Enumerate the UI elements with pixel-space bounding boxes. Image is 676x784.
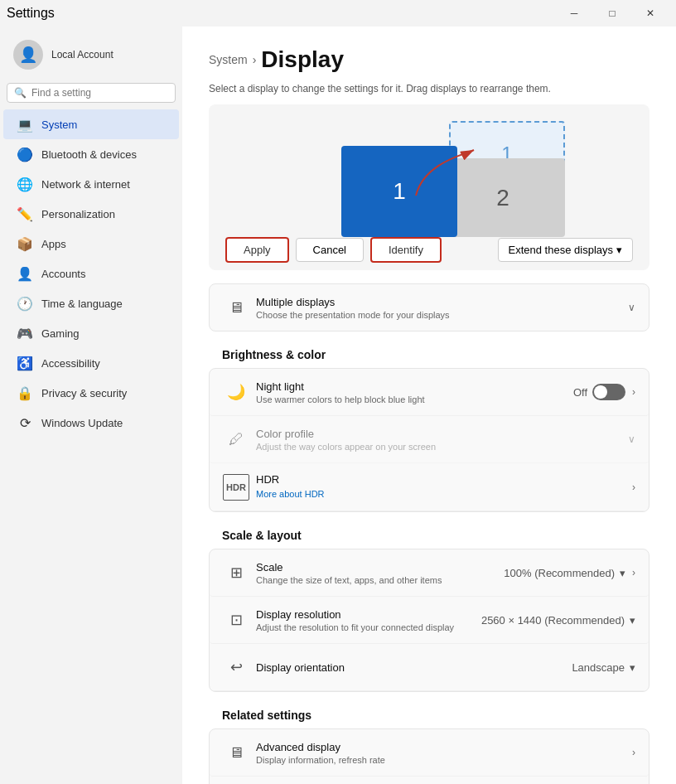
resolution-value: 2560 × 1440 (Recommended) ▾ [481, 614, 635, 627]
multiple-displays-card: 🖥 Multiple displays Choose the presentat… [209, 283, 649, 332]
personalization-icon: ✏️ [17, 206, 33, 222]
sidebar-item-label: System [41, 119, 77, 131]
title-bar-title: Settings [7, 6, 55, 21]
gaming-icon: 🎮 [17, 325, 33, 341]
scale-chevron-down: ▾ [620, 567, 625, 579]
network-icon: 🌐 [17, 176, 33, 192]
resolution-chevron-down: ▾ [630, 614, 635, 627]
hdr-icon: HDR [223, 474, 249, 501]
advanced-display-subtitle: Display information, refresh rate [256, 755, 632, 765]
sidebar-item-system[interactable]: 💻 System [3, 109, 179, 139]
brightness-card: 🌙 Night light Use warmer colors to help … [209, 368, 649, 512]
close-button[interactable]: ✕ [631, 0, 669, 27]
sidebar-item-label: Gaming [41, 327, 80, 340]
accessibility-icon: ♿ [17, 355, 33, 371]
advanced-display-title: Advanced display [256, 741, 632, 753]
page-subtitle: Select a display to change the settings … [209, 83, 649, 94]
advanced-display-icon: 🖥 [223, 739, 249, 766]
orientation-text: Display orientation [256, 661, 572, 674]
scale-text: Scale Change the size of text, apps, and… [256, 561, 504, 585]
multiple-displays-row[interactable]: 🖥 Multiple displays Choose the presentat… [210, 284, 649, 331]
sidebar-item-gaming[interactable]: 🎮 Gaming [3, 318, 179, 348]
scale-arrow: › [632, 567, 635, 578]
hdr-row[interactable]: HDR HDR More about HDR › [210, 463, 649, 511]
chevron-down-icon: ▾ [616, 244, 622, 256]
multiple-displays-chevron: ∨ [628, 302, 635, 313]
multiple-displays-text: Multiple displays Choose the presentatio… [256, 296, 628, 320]
identify-button[interactable]: Identify [370, 237, 442, 263]
page-title: Display [261, 46, 344, 73]
sidebar-item-label: Windows Update [41, 417, 123, 429]
sidebar: 👤 Local Account 🔍 💻 System 🔵 Bluetooth &… [0, 27, 182, 784]
hdr-chevron: › [632, 482, 635, 493]
content-area: System › Display Select a display to cha… [182, 27, 676, 784]
advanced-display-text: Advanced display Display information, re… [256, 741, 632, 765]
scale-row[interactable]: ⊞ Scale Change the size of text, apps, a… [210, 549, 649, 597]
scale-icon: ⊞ [223, 559, 249, 586]
resolution-icon: ⊡ [223, 607, 249, 633]
extend-displays-dropdown[interactable]: Extend these displays ▾ [498, 238, 633, 262]
sidebar-item-apps[interactable]: 📦 Apps [3, 229, 179, 259]
extend-label: Extend these displays [509, 244, 613, 256]
sidebar-item-time[interactable]: 🕐 Time & language [3, 288, 179, 318]
sidebar-item-windows-update[interactable]: ⟳ Windows Update [3, 408, 179, 438]
minimize-button[interactable]: ─ [555, 0, 593, 27]
resolution-value-text: 2560 × 1440 (Recommended) [481, 614, 625, 627]
brightness-section-header: Brightness & color [209, 348, 649, 361]
sidebar-item-privacy[interactable]: 🔒 Privacy & security [3, 378, 179, 408]
night-light-chevron: › [632, 386, 635, 398]
avatar: 👤 [13, 40, 43, 70]
apply-button[interactable]: Apply [225, 237, 289, 263]
scale-title: Scale [256, 561, 504, 573]
orientation-title: Display orientation [256, 661, 572, 674]
sidebar-user: 👤 Local Account [0, 33, 182, 83]
orientation-value: Landscape ▾ [572, 661, 635, 674]
graphics-row[interactable]: 🎛 Graphics › [210, 777, 649, 784]
sidebar-item-label: Apps [41, 238, 66, 250]
sidebar-item-bluetooth[interactable]: 🔵 Bluetooth & devices [3, 139, 179, 169]
search-input[interactable] [31, 87, 168, 99]
color-profile-subtitle: Adjust the way colors appear on your scr… [256, 442, 628, 452]
breadcrumb-parent: System [209, 53, 248, 66]
cancel-button[interactable]: Cancel [296, 238, 364, 262]
resolution-row[interactable]: ⊡ Display resolution Adjust the resoluti… [210, 597, 649, 644]
night-light-row[interactable]: 🌙 Night light Use warmer colors to help … [210, 369, 649, 416]
title-bar-left: Settings [7, 6, 55, 21]
title-bar: Settings ─ □ ✕ [0, 0, 676, 27]
scale-card: ⊞ Scale Change the size of text, apps, a… [209, 549, 649, 692]
related-section-header: Related settings [209, 709, 649, 722]
privacy-icon: 🔒 [17, 385, 33, 401]
night-light-toggle[interactable] [592, 384, 625, 400]
app-body: 👤 Local Account 🔍 💻 System 🔵 Bluetooth &… [0, 27, 676, 784]
color-profile-title: Color profile [256, 428, 628, 440]
display-preview-inner: 1 1 2 [225, 121, 633, 237]
bluetooth-icon: 🔵 [17, 146, 33, 162]
title-bar-controls: ─ □ ✕ [555, 0, 669, 27]
sidebar-item-network[interactable]: 🌐 Network & internet [3, 169, 179, 199]
search-icon: 🔍 [14, 87, 27, 99]
resolution-title: Display resolution [256, 608, 481, 621]
drag-arrow [391, 138, 490, 204]
apps-icon: 📦 [17, 235, 33, 252]
sidebar-item-label: Personalization [41, 208, 115, 220]
scale-section-header: Scale & layout [209, 529, 649, 542]
maximize-button[interactable]: □ [593, 0, 631, 27]
orientation-chevron-down: ▾ [630, 661, 635, 674]
search-box[interactable]: 🔍 [7, 83, 176, 103]
scale-value-text: 100% (Recommended) [504, 567, 615, 579]
color-profile-row: 🖊 Color profile Adjust the way colors ap… [210, 416, 649, 463]
hdr-text: HDR More about HDR [256, 473, 632, 501]
avatar-icon: 👤 [19, 46, 37, 64]
advanced-display-chevron: › [632, 747, 635, 758]
scale-subtitle: Change the size of text, apps, and other… [256, 575, 504, 585]
sidebar-item-label: Time & language [41, 298, 123, 310]
hdr-link[interactable]: More about HDR [256, 489, 325, 499]
sidebar-item-accounts[interactable]: 👤 Accounts [3, 259, 179, 288]
advanced-display-row[interactable]: 🖥 Advanced display Display information, … [210, 729, 649, 777]
sidebar-item-accessibility[interactable]: ♿ Accessibility [3, 348, 179, 378]
night-light-subtitle: Use warmer colors to help block blue lig… [256, 394, 573, 404]
hdr-title: HDR [256, 473, 632, 486]
orientation-row[interactable]: ↩ Display orientation Landscape ▾ [210, 644, 649, 691]
sidebar-item-personalization[interactable]: ✏️ Personalization [3, 199, 179, 229]
night-light-text: Night light Use warmer colors to help bl… [256, 380, 573, 404]
